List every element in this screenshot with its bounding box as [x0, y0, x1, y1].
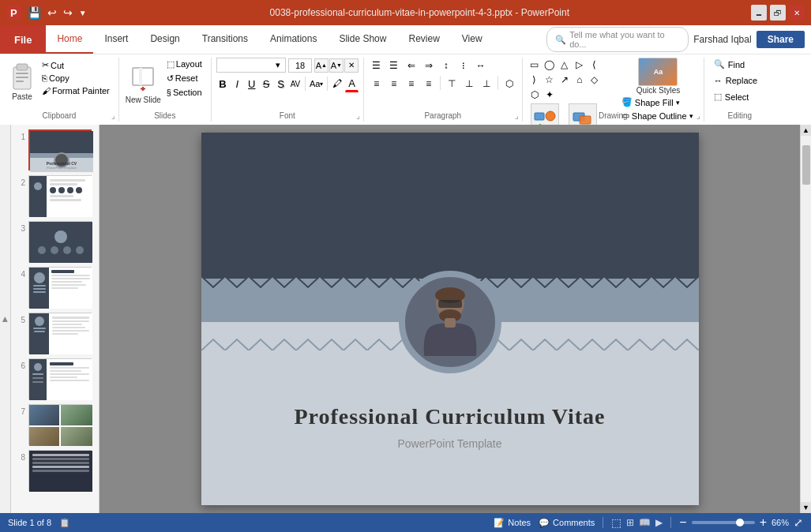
tell-me-search[interactable]: 🔍 Tell me what you want to do... — [546, 27, 689, 52]
scroll-thumb[interactable] — [802, 145, 810, 185]
tab-file[interactable]: File — [0, 25, 46, 54]
share-button[interactable]: Share — [757, 31, 805, 48]
clipboard-expand-icon[interactable]: ⌟ — [111, 111, 115, 120]
decrease-indent-button[interactable]: ⇐ — [404, 58, 419, 73]
zoom-slider[interactable] — [692, 521, 755, 524]
font-color-button[interactable]: A — [345, 75, 358, 92]
align-bottom-button[interactable]: ⊥ — [479, 76, 494, 92]
slide-thumbnail-7[interactable] — [28, 404, 92, 445]
slide-thumbnail-3[interactable] — [28, 221, 92, 262]
redo-button[interactable]: ↪ — [62, 5, 74, 21]
align-left-button[interactable]: ≡ — [369, 76, 385, 92]
numbered-list-button[interactable]: ☰ — [386, 58, 402, 73]
tab-design[interactable]: Design — [139, 25, 190, 54]
select-button[interactable]: ⬚ Select — [711, 90, 760, 103]
fit-slide-button[interactable]: ⤢ — [794, 516, 803, 529]
bullet-list-button[interactable]: ☰ — [369, 58, 385, 73]
slide-thumbnail-2[interactable] — [28, 175, 92, 216]
slide-thumb-1[interactable]: 1 Professional CV PowerPoint Template — [14, 129, 96, 170]
shape-arrow-diag[interactable]: ↗ — [558, 73, 572, 87]
reset-button[interactable]: ↺ Reset — [164, 73, 205, 84]
slide-thumb-7[interactable]: 7 — [14, 404, 96, 445]
zoom-minus-button[interactable]: − — [679, 515, 686, 530]
copy-button[interactable]: ⎘ Copy — [39, 73, 112, 84]
slide-thumbnail-1[interactable]: Professional CV PowerPoint Template — [28, 129, 92, 170]
zoom-plus-button[interactable]: + — [760, 515, 767, 530]
font-name-dropdown[interactable]: ▾ — [216, 58, 287, 73]
text-direction-button[interactable]: ↔ — [473, 58, 489, 73]
layout-button[interactable]: ⬚ Layout — [164, 58, 205, 70]
font-expand-icon[interactable]: ⌟ — [356, 111, 360, 120]
panel-collapse-left[interactable]: ◀ — [0, 125, 11, 513]
align-top-button[interactable]: ⊤ — [444, 76, 460, 92]
undo-button[interactable]: ↩ — [46, 5, 58, 21]
align-right-button[interactable]: ≡ — [404, 76, 419, 92]
slide-sorter-button[interactable]: ⊞ — [626, 517, 634, 528]
shape-star[interactable]: ☆ — [543, 73, 557, 87]
columns-button[interactable]: ⫶ — [456, 58, 471, 73]
slide-thumb-5[interactable]: 5 — [14, 313, 96, 354]
shape-chevron-left[interactable]: ⟨ — [588, 58, 602, 72]
increase-indent-button[interactable]: ⇒ — [421, 58, 437, 73]
slide-thumb-6[interactable]: 6 — [14, 358, 96, 399]
slide-thumbnail-6[interactable] — [28, 358, 92, 399]
slide-canvas[interactable]: Professional Curriculum Vitae PowerPoint… — [201, 133, 699, 505]
increase-font-size-button[interactable]: A▲ — [314, 58, 329, 73]
strikethrough-button[interactable]: S — [260, 75, 272, 92]
cut-button[interactable]: ✂ Cut — [39, 59, 112, 71]
convert-smartart-button[interactable]: ⬡ — [501, 76, 517, 92]
shape-chevron-right[interactable]: ⟩ — [528, 73, 542, 87]
underline-button[interactable]: U — [246, 75, 258, 92]
shape-house[interactable]: ⌂ — [573, 73, 587, 87]
drawing-expand-icon[interactable]: ⌟ — [696, 111, 700, 120]
decrease-font-size-button[interactable]: A▼ — [329, 58, 344, 73]
find-button[interactable]: 🔍 Find — [711, 58, 760, 71]
tab-slideshow[interactable]: Slide Show — [328, 25, 397, 54]
slide-thumbnail-8[interactable] — [28, 450, 92, 491]
tab-insert[interactable]: Insert — [93, 25, 139, 54]
shape-oval[interactable]: ◯ — [543, 58, 557, 72]
restore-button[interactable]: 🗗 — [770, 5, 786, 21]
shape-sparkle[interactable]: ✦ — [543, 88, 557, 102]
scroll-down-button[interactable]: ▼ — [801, 502, 811, 513]
reading-view-button[interactable]: 📖 — [639, 517, 651, 528]
replace-button[interactable]: ↔ Replace — [711, 74, 760, 87]
tab-home[interactable]: Home — [46, 25, 93, 54]
normal-view-button[interactable]: ⬚ — [611, 516, 621, 529]
italic-button[interactable]: I — [231, 75, 243, 92]
paste-button[interactable]: Paste — [6, 58, 38, 109]
minimize-button[interactable]: 🗕 — [751, 5, 767, 21]
tab-transitions[interactable]: Transitions — [191, 25, 259, 54]
text-highlight-button[interactable]: 🖍 — [331, 75, 344, 92]
scroll-track[interactable] — [801, 136, 811, 502]
tab-animations[interactable]: Animations — [259, 25, 328, 54]
vertical-scrollbar[interactable]: ▲ ▼ — [800, 125, 811, 513]
new-slide-button[interactable]: New Slide — [126, 62, 161, 104]
quick-styles-button[interactable]: Aa Quick Styles — [619, 58, 697, 95]
justify-button[interactable]: ≡ — [421, 76, 437, 92]
line-spacing-button[interactable]: ↕ — [438, 58, 454, 73]
change-case-button[interactable]: Aa▾ — [309, 75, 324, 92]
slide-thumbnail-4[interactable] — [28, 267, 92, 308]
slide-thumb-3[interactable]: 3 — [14, 221, 96, 262]
character-spacing-button[interactable]: AV — [289, 75, 302, 92]
shape-rectangle[interactable]: ▭ — [528, 58, 542, 72]
bold-button[interactable]: B — [216, 75, 229, 92]
shape-diamond[interactable]: ◇ — [588, 73, 602, 87]
tab-view[interactable]: View — [451, 25, 494, 54]
customize-button[interactable]: ▼ — [77, 7, 88, 19]
shape-arrow-right[interactable]: ▷ — [573, 58, 587, 72]
tab-review[interactable]: Review — [397, 25, 450, 54]
scroll-up-button[interactable]: ▲ — [801, 125, 811, 136]
shape-triangle[interactable]: △ — [558, 58, 572, 72]
section-button[interactable]: § Section — [164, 87, 205, 98]
font-size-input[interactable]: 18 — [288, 58, 311, 73]
slide-thumb-8[interactable]: 8 — [14, 450, 96, 491]
zoom-slider-handle[interactable] — [736, 519, 744, 526]
notes-button[interactable]: 📝 Notes — [494, 518, 531, 528]
shadow-button[interactable]: S — [274, 75, 287, 92]
shape-hex[interactable]: ⬡ — [528, 88, 542, 102]
clear-formatting-button[interactable]: ✕ — [344, 58, 359, 73]
comments-button[interactable]: 💬 Comments — [539, 518, 595, 528]
slide-thumb-4[interactable]: 4 — [14, 267, 96, 308]
